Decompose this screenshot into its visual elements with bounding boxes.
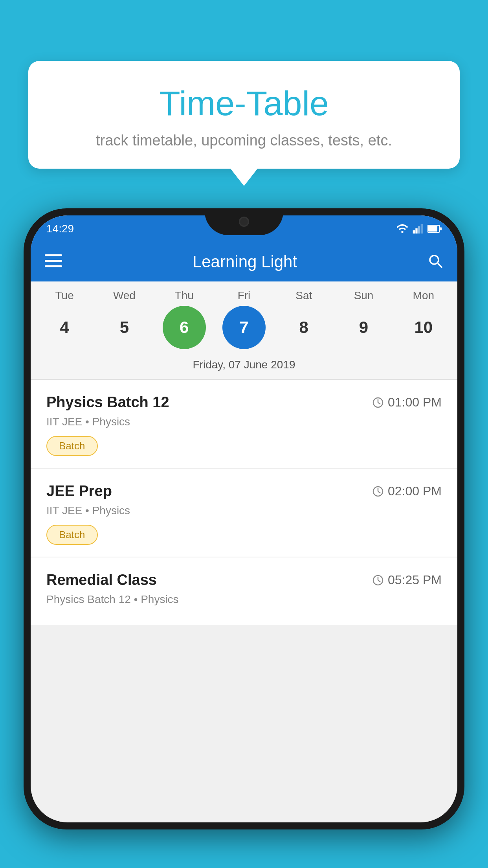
app-bar-title: Learning Light (74, 252, 416, 271)
schedule-item-2-header: JEE Prep 02:00 PM (46, 483, 442, 500)
day-header-fri: Fri (222, 289, 266, 302)
svg-rect-8 (45, 254, 62, 256)
schedule-item-2-badge: Batch (46, 525, 98, 545)
schedule-item-1-header: Physics Batch 12 01:00 PM (46, 394, 442, 411)
schedule-item-2-subtitle: IIT JEE • Physics (46, 504, 442, 517)
svg-point-11 (430, 256, 438, 264)
status-icons (396, 224, 442, 234)
day-header-mon: Mon (402, 289, 445, 302)
app-bar: Learning Light (31, 242, 457, 281)
schedule-item-1-title: Physics Batch 12 (46, 394, 169, 411)
day-6-today[interactable]: 6 (163, 306, 206, 349)
clock-icon-1 (372, 397, 384, 408)
schedule-item-2-time: 02:00 PM (372, 484, 442, 498)
day-headers: Tue Wed Thu Fri Sat Sun Mon (31, 289, 457, 306)
schedule-item-2[interactable]: JEE Prep 02:00 PM IIT JEE • Physics Batc… (31, 469, 457, 557)
phone-notch (205, 208, 283, 235)
phone-container: 14:29 (24, 208, 464, 868)
schedule-item-3-header: Remedial Class 05:25 PM (46, 572, 442, 588)
schedule-item-3-title: Remedial Class (46, 572, 157, 588)
svg-rect-9 (45, 260, 62, 262)
calendar-strip: Tue Wed Thu Fri Sat Sun Mon 4 5 6 7 8 9 … (31, 281, 457, 379)
day-numbers: 4 5 6 7 8 9 10 (31, 306, 457, 355)
svg-point-0 (401, 231, 403, 233)
schedule-item-3-subtitle: Physics Batch 12 • Physics (46, 593, 442, 606)
wifi-icon (396, 224, 409, 234)
clock-icon-2 (372, 485, 384, 497)
camera-dot (239, 217, 249, 227)
battery-icon (427, 224, 442, 234)
tooltip-title: Time-Table (44, 85, 444, 123)
day-header-wed: Wed (103, 289, 146, 302)
schedule-item-3[interactable]: Remedial Class 05:25 PM Physics Batch 12… (31, 557, 457, 626)
day-header-sun: Sun (342, 289, 385, 302)
tooltip-card: Time-Table track timetable, upcoming cla… (28, 61, 460, 169)
signal-icon (413, 224, 424, 234)
phone-screen: 14:29 (31, 215, 457, 822)
hamburger-icon[interactable] (45, 254, 62, 269)
svg-rect-7 (440, 227, 442, 230)
tooltip-subtitle: track timetable, upcoming classes, tests… (44, 132, 444, 149)
schedule-list: Physics Batch 12 01:00 PM IIT JEE • Phys… (31, 380, 457, 626)
schedule-item-1[interactable]: Physics Batch 12 01:00 PM IIT JEE • Phys… (31, 380, 457, 469)
svg-line-21 (378, 580, 380, 582)
schedule-item-1-subtitle: IIT JEE • Physics (46, 416, 442, 428)
day-4[interactable]: 4 (43, 306, 86, 349)
svg-rect-1 (413, 230, 415, 234)
day-header-tue: Tue (43, 289, 86, 302)
svg-rect-2 (415, 228, 417, 234)
svg-rect-3 (418, 226, 420, 234)
clock-icon-3 (372, 574, 384, 586)
phone-outer: 14:29 (24, 208, 464, 829)
svg-line-12 (438, 263, 442, 268)
svg-rect-4 (421, 224, 423, 234)
day-header-sat: Sat (282, 289, 325, 302)
day-8[interactable]: 8 (282, 306, 325, 349)
svg-line-15 (378, 403, 380, 404)
day-header-thu: Thu (163, 289, 206, 302)
selected-date-label: Friday, 07 June 2019 (31, 355, 457, 379)
search-icon[interactable] (427, 253, 443, 270)
schedule-item-3-time: 05:25 PM (372, 573, 442, 587)
schedule-item-2-title: JEE Prep (46, 483, 112, 500)
svg-line-18 (378, 491, 380, 493)
schedule-item-1-badge: Batch (46, 436, 98, 456)
day-9[interactable]: 9 (342, 306, 385, 349)
day-5[interactable]: 5 (103, 306, 146, 349)
day-7-selected[interactable]: 7 (222, 306, 266, 349)
svg-rect-10 (45, 265, 62, 267)
schedule-item-1-time: 01:00 PM (372, 395, 442, 410)
svg-rect-6 (428, 226, 437, 232)
day-10[interactable]: 10 (402, 306, 445, 349)
